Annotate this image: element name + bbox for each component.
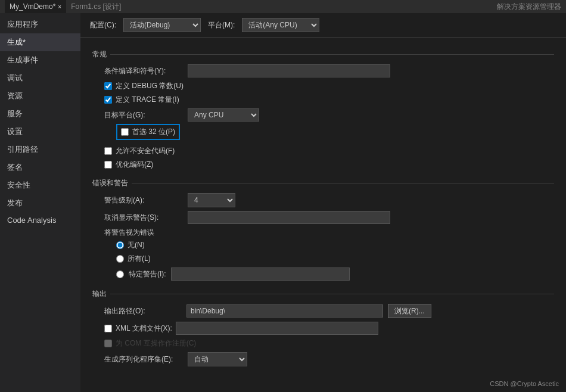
define-debug-label: 定义 DEBUG 常数(U): [116, 81, 184, 91]
warning-level-select[interactable]: 4: [188, 193, 235, 207]
sidebar-item-reference-paths[interactable]: 引用路径: [0, 141, 80, 158]
conditional-input[interactable]: [188, 64, 390, 77]
warning-level-row: 警告级别(A): 4: [92, 193, 554, 207]
platform-select[interactable]: 活动(Any CPU): [242, 18, 319, 32]
config-bar: 配置(C): 活动(Debug) 平台(M): 活动(Any CPU): [80, 13, 566, 38]
sidebar-item-app[interactable]: 应用程序: [0, 15, 80, 33]
conditional-row: 条件编译和符号(Y):: [92, 64, 554, 77]
all-radio[interactable]: [116, 255, 124, 263]
title-bar: My_VmDemo* × Form1.cs [设计] 解决方案资源管理器: [0, 0, 566, 13]
platform-label: 平台(M):: [208, 20, 235, 30]
sidebar-item-code-analysis[interactable]: Code Analysis: [0, 212, 80, 228]
prefer32-label: 首选 32 位(P): [132, 127, 175, 137]
xml-doc-row: XML 文档文件(X):: [92, 322, 554, 335]
sidebar-item-security[interactable]: 安全性: [0, 176, 80, 194]
target-platform-label: 目标平台(G):: [104, 110, 188, 120]
solution-explorer-label: 解决方案资源管理器: [497, 2, 561, 12]
specific-warnings-input[interactable]: [171, 267, 350, 281]
allow-unsafe-checkbox[interactable]: [104, 147, 112, 155]
browse-button[interactable]: 浏览(R)...: [388, 304, 431, 318]
config-label: 配置(C):: [90, 20, 116, 30]
prefer32-checkbox[interactable]: [121, 128, 129, 136]
specific-radio[interactable]: [116, 270, 124, 278]
com-interop-label: 为 COM 互操作作注册(C): [116, 338, 196, 349]
com-interop-row: 为 COM 互操作作注册(C): [92, 338, 554, 349]
sidebar-item-resources[interactable]: 资源: [0, 87, 80, 105]
tab-close-my-vmdemo[interactable]: ×: [58, 4, 61, 10]
output-path-row: 输出路径(O): 浏览(R)...: [92, 304, 554, 318]
define-trace-checkbox[interactable]: [104, 96, 112, 104]
prefer32-container: 首选 32 位(P): [92, 124, 554, 144]
treat-as-errors-title: 将警告视为错误: [104, 228, 154, 237]
allow-unsafe-label: 允许不安全代码(F): [116, 146, 175, 156]
optimize-row: 优化编码(Z): [92, 160, 554, 170]
define-trace-label: 定义 TRACE 常量(I): [116, 95, 179, 105]
section-output: 输出: [92, 289, 554, 299]
section-general: 常规: [92, 49, 554, 60]
optimize-checkbox[interactable]: [104, 161, 112, 169]
settings-content: 常规 条件编译和符号(Y): 定义 DEBUG 常数(U) 定义 TRACE 常…: [80, 38, 566, 377]
none-radio-row: 无(N): [92, 240, 554, 250]
xml-doc-label: XML 文档文件(X):: [116, 323, 172, 334]
output-path-input[interactable]: [186, 304, 383, 318]
xml-doc-checkbox[interactable]: [104, 325, 112, 332]
specific-warnings-row: 特定警告(I):: [92, 267, 554, 281]
all-radio-label: 所有(L): [127, 254, 151, 264]
target-platform-row: 目标平台(G): Any CPU: [92, 108, 554, 122]
sidebar-item-build-events[interactable]: 生成事件: [0, 51, 80, 69]
tab-my-vmdemo[interactable]: My_VmDemo* ×: [5, 0, 66, 13]
treat-as-errors-section: 将警告视为错误: [92, 228, 554, 238]
none-radio-label: 无(N): [127, 240, 145, 250]
target-platform-select[interactable]: Any CPU: [188, 108, 259, 122]
conditional-label: 条件编译和符号(Y):: [104, 66, 188, 76]
suppress-warnings-row: 取消显示警告(S):: [92, 211, 554, 224]
section-errors: 错误和警告: [92, 178, 554, 188]
content-area: 配置(C): 活动(Debug) 平台(M): 活动(Any CPU) 常规 条…: [80, 13, 566, 392]
tab-my-vmdemo-label: My_VmDemo*: [10, 2, 55, 11]
watermark: CSDN @Crypto Ascetic: [490, 380, 559, 387]
all-radio-row: 所有(L): [92, 254, 554, 264]
suppress-warnings-label: 取消显示警告(S):: [104, 213, 188, 223]
sidebar-item-publish[interactable]: 发布: [0, 194, 80, 212]
xml-doc-input[interactable]: [176, 322, 378, 335]
output-path-label: 输出路径(O):: [104, 306, 182, 316]
define-debug-row: 定义 DEBUG 常数(U): [92, 81, 554, 91]
serialize-select[interactable]: 自动: [188, 352, 247, 366]
specific-label: 特定警告(I):: [129, 269, 166, 279]
com-interop-checkbox[interactable]: [104, 340, 112, 347]
config-select[interactable]: 活动(Debug): [123, 18, 201, 32]
sidebar-item-build[interactable]: 生成*: [0, 33, 80, 51]
warning-level-label: 警告级别(A):: [104, 195, 188, 206]
optimize-label: 优化编码(Z): [116, 160, 153, 170]
sidebar-item-signing[interactable]: 签名: [0, 158, 80, 176]
sidebar-item-services[interactable]: 服务: [0, 105, 80, 123]
sidebar-item-settings[interactable]: 设置: [0, 123, 80, 141]
serialize-row: 生成序列化程序集(E): 自动: [92, 352, 554, 366]
allow-unsafe-row: 允许不安全代码(F): [92, 146, 554, 156]
tab-form1[interactable]: Form1.cs [设计]: [71, 2, 121, 12]
prefer32-highlight: 首选 32 位(P): [116, 124, 180, 140]
define-trace-row: 定义 TRACE 常量(I): [92, 95, 554, 105]
define-debug-checkbox[interactable]: [104, 82, 112, 90]
sidebar: 应用程序 生成* 生成事件 调试 资源 服务 设置 引用路径 签名 安全性 发布…: [0, 13, 80, 392]
suppress-warnings-input[interactable]: [188, 211, 390, 224]
main-layout: 应用程序 生成* 生成事件 调试 资源 服务 设置 引用路径 签名 安全性 发布…: [0, 13, 566, 392]
none-radio[interactable]: [116, 241, 124, 249]
serialize-label: 生成序列化程序集(E):: [104, 354, 188, 365]
sidebar-item-debug[interactable]: 调试: [0, 69, 80, 87]
